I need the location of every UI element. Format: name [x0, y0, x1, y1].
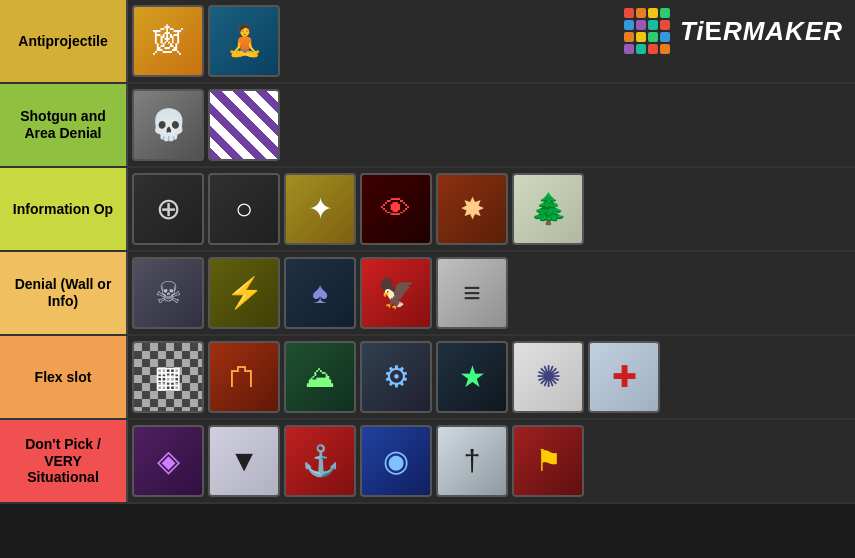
item-checker[interactable]: ▦ [132, 341, 204, 413]
tier-row-flex: Flex slot▦⛫⛰⚙★✺✚ [0, 336, 855, 420]
item-shadow[interactable]: 🧘 [208, 5, 280, 77]
item-ghost[interactable]: ◈ [132, 425, 204, 497]
logo-cell-3 [660, 8, 670, 18]
logo-text: TiERMAKER [680, 16, 843, 47]
item-wings[interactable]: ✦ [284, 173, 356, 245]
logo-cell-4 [624, 20, 634, 30]
logo-cell-9 [636, 32, 646, 42]
item-mask[interactable]: ○ [208, 173, 280, 245]
item-medic[interactable]: ✚ [588, 341, 660, 413]
tier-row-dontpick: Don't Pick / VERY Situational◈▼⚓◉†⚑ [0, 420, 855, 504]
logo-cell-5 [636, 20, 646, 30]
item-blinds[interactable]: ≡ [436, 257, 508, 329]
logo-cell-13 [636, 44, 646, 54]
item-heart[interactable]: ♠ [284, 257, 356, 329]
logo-cell-0 [624, 8, 634, 18]
tier-items-shotgun: 💀 [126, 84, 855, 166]
logo-cell-6 [648, 20, 658, 30]
logo-cell-1 [636, 8, 646, 18]
logo-cell-14 [648, 44, 658, 54]
item-lightning[interactable]: ⚡ [208, 257, 280, 329]
logo-cell-2 [648, 8, 658, 18]
logo-cell-10 [648, 32, 658, 42]
logo-cell-12 [624, 44, 634, 54]
logo-cell-11 [660, 32, 670, 42]
item-squid[interactable]: ✺ [512, 341, 584, 413]
item-castle[interactable]: ⛫ [208, 341, 280, 413]
item-monster[interactable]: ★ [436, 341, 508, 413]
tier-row-shotgun: Shotgun and Area Denial💀 [0, 84, 855, 168]
logo-cell-7 [660, 20, 670, 30]
tier-items-dontpick: ◈▼⚓◉†⚑ [126, 420, 855, 502]
tier-items-denial: ☠⚡♠🦅≡ [126, 252, 855, 334]
item-stripe[interactable] [208, 89, 280, 161]
item-eye[interactable]: 👁 [360, 173, 432, 245]
item-tree[interactable]: 🌲 [512, 173, 584, 245]
tiermaker-logo: TiERMAKER [624, 8, 843, 54]
item-web[interactable]: 🕸 [132, 5, 204, 77]
item-skull2[interactable]: ☠ [132, 257, 204, 329]
logo-grid [624, 8, 670, 54]
item-tie[interactable]: ▼ [208, 425, 280, 497]
tier-items-information: ⊕○✦👁✸🌲 [126, 168, 855, 250]
item-anchor[interactable]: ⚓ [284, 425, 356, 497]
logo-cell-8 [624, 32, 634, 42]
tier-items-flex: ▦⛫⛰⚙★✺✚ [126, 336, 855, 418]
item-crosshair[interactable]: ⊕ [132, 173, 204, 245]
tier-list: Antiprojectile🕸🧘Shotgun and Area Denial💀… [0, 0, 855, 504]
tier-label-flex: Flex slot [0, 336, 126, 418]
app-container: TiERMAKER Antiprojectile🕸🧘Shotgun and Ar… [0, 0, 855, 558]
item-blue[interactable]: ◉ [360, 425, 432, 497]
item-cracked[interactable]: ✸ [436, 173, 508, 245]
tier-label-information: Information Op [0, 168, 126, 250]
tier-label-antiprojectile: Antiprojectile [0, 0, 126, 82]
tier-label-shotgun: Shotgun and Area Denial [0, 84, 126, 166]
logo-cell-15 [660, 44, 670, 54]
item-sword[interactable]: † [436, 425, 508, 497]
item-skull[interactable]: 💀 [132, 89, 204, 161]
tier-row-denial: Denial (Wall or Info)☠⚡♠🦅≡ [0, 252, 855, 336]
tier-label-denial: Denial (Wall or Info) [0, 252, 126, 334]
item-flag[interactable]: ⚑ [512, 425, 584, 497]
item-bird[interactable]: 🦅 [360, 257, 432, 329]
item-machine[interactable]: ⚙ [360, 341, 432, 413]
item-mountain[interactable]: ⛰ [284, 341, 356, 413]
tier-label-dontpick: Don't Pick / VERY Situational [0, 420, 126, 502]
tier-row-information: Information Op⊕○✦👁✸🌲 [0, 168, 855, 252]
